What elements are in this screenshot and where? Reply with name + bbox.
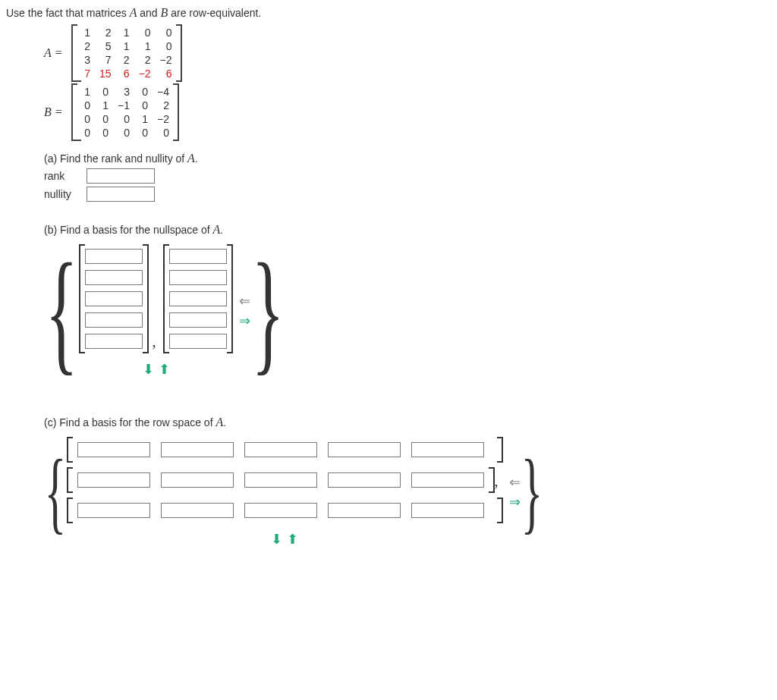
nullvec2-entry[interactable] xyxy=(169,334,227,349)
nullvec1-entry[interactable] xyxy=(85,249,143,264)
rowspace-vector-1 xyxy=(67,437,503,463)
rowvec1-entry[interactable] xyxy=(328,442,401,457)
matrix-b-row: 0001−2 xyxy=(77,112,174,126)
intro-post: are row-equivalent. xyxy=(168,7,261,19)
rowvec3-entry[interactable] xyxy=(161,503,234,518)
left-brace-icon: { xyxy=(46,267,78,356)
matrix-a: 12100 25110 3722−2 7156−26 xyxy=(71,24,182,82)
matrix-a-row: 12100 xyxy=(77,26,177,39)
part-c: (c) Find a basis for the row space of A.… xyxy=(44,416,777,548)
remove-row-icon[interactable]: ⇐ xyxy=(239,293,250,309)
matrix-a-block: A = 12100 25110 3722−2 7156−26 xyxy=(44,24,777,82)
matrix-b-label: B = xyxy=(44,105,71,119)
matrix-b-block: B = 1030−4 01−102 0001−2 00000 xyxy=(44,83,777,141)
intro-var-a: A xyxy=(130,6,137,19)
add-col-icon[interactable]: ⬆ xyxy=(159,361,170,378)
remove-col-icon[interactable]: ⬇ xyxy=(271,531,282,548)
part-a-prompt: (a) Find the rank and nullity of A. xyxy=(44,152,777,165)
nullity-label: nullity xyxy=(44,188,87,200)
nullvec2-entry[interactable] xyxy=(169,270,227,285)
nullvec1-entry[interactable] xyxy=(85,291,143,306)
add-row-icon[interactable]: ⇒ xyxy=(239,312,250,329)
rowvec3-entry[interactable] xyxy=(411,503,484,518)
rowvec1-entry[interactable] xyxy=(411,442,484,457)
rank-label: rank xyxy=(44,170,87,182)
matrix-b-row: 00000 xyxy=(77,126,174,140)
part-c-prompt: (c) Find a basis for the row space of A. xyxy=(44,416,777,429)
right-brace-icon: } xyxy=(252,267,285,356)
rowvec2-entry[interactable] xyxy=(328,472,401,488)
add-col-icon[interactable]: ⬆ xyxy=(287,531,298,548)
rank-input[interactable] xyxy=(87,168,155,184)
nullvec2-entry[interactable] xyxy=(169,312,227,328)
nullvec1-entry[interactable] xyxy=(85,270,143,285)
matrix-b-row: 1030−4 xyxy=(77,85,174,99)
nullvec1-entry[interactable] xyxy=(85,334,143,349)
rowvec3-entry[interactable] xyxy=(328,503,401,518)
rowvec2-entry[interactable] xyxy=(161,472,234,488)
nullvec2-entry[interactable] xyxy=(169,291,227,306)
nullspace-vector-1 xyxy=(79,244,149,353)
right-brace-icon: } xyxy=(521,463,543,522)
part-b-prompt: (b) Find a basis for the nullspace of A. xyxy=(44,223,777,237)
nullspace-vector-2 xyxy=(163,244,233,353)
matrix-b: 1030−4 01−102 0001−2 00000 xyxy=(71,83,179,141)
intro-mid: and xyxy=(137,7,160,19)
matrix-a-label: A = xyxy=(44,46,71,60)
part-a: (a) Find the rank and nullity of A. rank… xyxy=(44,152,777,202)
nullity-input[interactable] xyxy=(87,187,155,202)
set-comma: , xyxy=(152,333,156,353)
rowvec1-entry[interactable] xyxy=(77,442,150,457)
rowvec3-entry[interactable] xyxy=(77,503,150,518)
left-brace-icon: { xyxy=(44,463,66,522)
set-comma: , xyxy=(495,472,499,493)
matrix-a-row: 25110 xyxy=(77,39,177,53)
add-row-icon[interactable]: ⇒ xyxy=(509,494,521,510)
rowvec1-entry[interactable] xyxy=(161,442,234,457)
nullvec1-entry[interactable] xyxy=(85,312,143,328)
remove-col-icon[interactable]: ⬇ xyxy=(143,361,154,378)
rowvec2-entry[interactable] xyxy=(244,472,317,488)
intro-text: Use the fact that matrices A and B are r… xyxy=(6,6,777,20)
intro-pre: Use the fact that matrices xyxy=(6,7,130,19)
matrix-a-row: 3722−2 xyxy=(77,53,177,67)
rowvec1-entry[interactable] xyxy=(244,442,317,457)
intro-var-b: B xyxy=(161,6,168,19)
part-b: (b) Find a basis for the nullspace of A.… xyxy=(44,223,777,378)
rowspace-vector-2 xyxy=(67,467,495,493)
matrix-a-row-highlight: 7156−26 xyxy=(77,67,177,80)
rowspace-vector-3 xyxy=(67,498,503,523)
nullvec2-entry[interactable] xyxy=(169,249,227,264)
matrix-b-row: 01−102 xyxy=(77,99,174,112)
remove-row-icon[interactable]: ⇐ xyxy=(509,474,521,491)
rowvec2-entry[interactable] xyxy=(77,472,150,488)
rowvec2-entry[interactable] xyxy=(411,472,484,488)
rowvec3-entry[interactable] xyxy=(244,503,317,518)
